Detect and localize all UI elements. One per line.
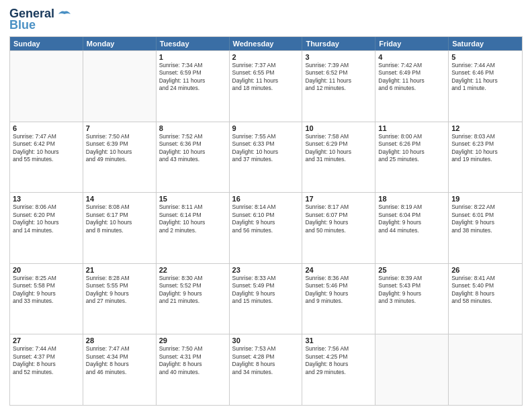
cell-line: Daylight: 11 hours <box>305 77 372 85</box>
cal-cell-day-5: 5Sunrise: 7:44 AMSunset: 6:46 PMDaylight… <box>449 51 522 122</box>
day-number: 4 <box>378 53 445 61</box>
cell-line: Sunrise: 7:50 AM <box>86 133 153 140</box>
cell-line: Sunrise: 8:08 AM <box>86 203 153 211</box>
cal-header-saturday: Saturday <box>449 37 522 50</box>
cal-cell-day-13: 13Sunrise: 8:06 AMSunset: 6:20 PMDayligh… <box>10 193 83 263</box>
day-number: 22 <box>159 266 226 274</box>
day-number: 13 <box>13 195 80 203</box>
cell-line: Daylight: 11 hours <box>232 77 300 85</box>
cell-line: Sunset: 6:04 PM <box>378 212 445 219</box>
cal-cell-day-3: 3Sunrise: 7:39 AMSunset: 6:52 PMDaylight… <box>302 51 375 122</box>
cell-line: Sunset: 6:36 PM <box>159 140 226 148</box>
cal-header-wednesday: Wednesday <box>230 37 303 50</box>
calendar: SundayMondayTuesdayWednesdayThursdayFrid… <box>9 36 523 406</box>
cal-cell-empty <box>449 334 522 405</box>
cell-line: Daylight: 10 hours <box>13 148 80 156</box>
cell-line: Daylight: 9 hours <box>86 290 153 298</box>
cell-line: Sunset: 6:42 PM <box>13 140 80 148</box>
cell-line: Daylight: 8 hours <box>451 290 519 298</box>
cell-line: Sunrise: 8:14 AM <box>232 203 300 211</box>
cell-line: Daylight: 9 hours <box>232 219 300 226</box>
cell-line: Daylight: 8 hours <box>159 361 226 368</box>
cell-line: Sunrise: 7:55 AM <box>232 133 300 140</box>
cell-line: Sunset: 5:46 PM <box>305 282 372 289</box>
cell-line: Sunset: 6:10 PM <box>232 212 300 219</box>
cell-line: Sunset: 6:33 PM <box>232 140 300 148</box>
logo-text-blue: Blue <box>9 18 36 32</box>
cal-row-2: 6Sunrise: 7:47 AMSunset: 6:42 PMDaylight… <box>10 122 522 193</box>
cell-line: and 40 minutes. <box>159 369 226 376</box>
day-number: 29 <box>159 336 226 345</box>
cell-line: and 37 minutes. <box>232 156 300 163</box>
cal-cell-empty <box>83 51 157 122</box>
cell-line: Sunrise: 8:30 AM <box>159 275 226 282</box>
cell-line: and 43 minutes. <box>159 156 226 163</box>
day-number: 26 <box>451 266 519 274</box>
cal-cell-day-12: 12Sunrise: 8:03 AMSunset: 6:23 PMDayligh… <box>449 122 522 193</box>
cell-line: Sunset: 4:25 PM <box>305 353 372 361</box>
cell-line: Sunset: 5:52 PM <box>159 282 226 289</box>
cell-line: Daylight: 10 hours <box>86 148 153 156</box>
day-number: 9 <box>232 124 300 132</box>
cell-line: Sunrise: 7:39 AM <box>305 62 372 69</box>
cell-line: and 55 minutes. <box>13 156 80 163</box>
cell-line: Sunset: 4:28 PM <box>232 353 300 361</box>
cell-line: Sunset: 5:55 PM <box>86 282 153 289</box>
logo-bird-icon <box>57 9 72 19</box>
cell-line: Daylight: 10 hours <box>86 219 153 226</box>
cal-cell-day-10: 10Sunrise: 7:58 AMSunset: 6:29 PMDayligh… <box>302 122 375 193</box>
cell-line: and 29 minutes. <box>305 369 372 376</box>
cell-line: Daylight: 10 hours <box>305 148 372 156</box>
day-number: 15 <box>159 195 226 203</box>
cell-line: and 2 minutes. <box>159 227 226 234</box>
cell-line: Sunrise: 8:22 AM <box>451 203 519 211</box>
cal-cell-day-16: 16Sunrise: 8:14 AMSunset: 6:10 PMDayligh… <box>230 193 303 263</box>
cal-cell-day-1: 1Sunrise: 7:34 AMSunset: 6:59 PMDaylight… <box>157 51 230 122</box>
day-number: 28 <box>86 336 153 345</box>
day-number: 5 <box>451 53 519 61</box>
cell-line: Sunset: 6:07 PM <box>305 212 372 219</box>
cell-line: Sunrise: 8:06 AM <box>13 203 80 211</box>
cell-line: and 25 minutes. <box>378 156 445 163</box>
cell-line: and 44 minutes. <box>378 227 445 234</box>
cell-line: Daylight: 11 hours <box>451 77 519 85</box>
page: General Blue SundayMondayTuesdayWednesda… <box>0 0 532 411</box>
cell-line: Daylight: 8 hours <box>13 361 80 368</box>
cell-line: Sunrise: 8:28 AM <box>86 275 153 282</box>
cell-line: Sunrise: 7:56 AM <box>305 345 372 353</box>
cell-line: Daylight: 10 hours <box>232 148 300 156</box>
cell-line: Daylight: 10 hours <box>451 148 519 156</box>
cell-line: Sunset: 4:31 PM <box>159 353 226 361</box>
cell-line: Sunset: 6:46 PM <box>451 69 519 77</box>
cal-cell-empty <box>375 334 449 405</box>
cell-line: Sunrise: 7:47 AM <box>86 345 153 353</box>
calendar-body: 1Sunrise: 7:34 AMSunset: 6:59 PMDaylight… <box>10 50 522 405</box>
cell-line: and 18 minutes. <box>232 85 300 92</box>
cell-line: and 58 minutes. <box>451 298 519 305</box>
day-number: 11 <box>378 124 445 132</box>
cell-line: Sunrise: 7:42 AM <box>378 62 445 69</box>
cell-line: Sunrise: 8:03 AM <box>451 133 519 140</box>
cell-line: Daylight: 9 hours <box>378 290 445 298</box>
day-number: 19 <box>451 195 519 203</box>
cell-line: Daylight: 9 hours <box>159 290 226 298</box>
cell-line: and 49 minutes. <box>86 156 153 163</box>
cell-line: Sunset: 4:37 PM <box>13 353 80 361</box>
cell-line: Sunset: 6:39 PM <box>86 140 153 148</box>
day-number: 23 <box>232 266 300 274</box>
cell-line: Daylight: 9 hours <box>378 219 445 226</box>
cal-cell-day-24: 24Sunrise: 8:36 AMSunset: 5:46 PMDayligh… <box>302 264 375 334</box>
day-number: 25 <box>378 266 445 274</box>
cell-line: and 21 minutes. <box>159 298 226 305</box>
cell-line: Sunset: 6:26 PM <box>378 140 445 148</box>
cell-line: Daylight: 8 hours <box>305 361 372 368</box>
cell-line: Sunrise: 7:34 AM <box>159 62 226 69</box>
cell-line: and 14 minutes. <box>13 227 80 234</box>
cell-line: and 19 minutes. <box>451 156 519 163</box>
day-number: 17 <box>305 195 372 203</box>
cell-line: Sunset: 6:29 PM <box>305 140 372 148</box>
cell-line: Daylight: 11 hours <box>378 77 445 85</box>
cell-line: Sunrise: 7:53 AM <box>232 345 300 353</box>
cell-line: Sunset: 6:14 PM <box>159 212 226 219</box>
cell-line: and 15 minutes. <box>232 298 300 305</box>
